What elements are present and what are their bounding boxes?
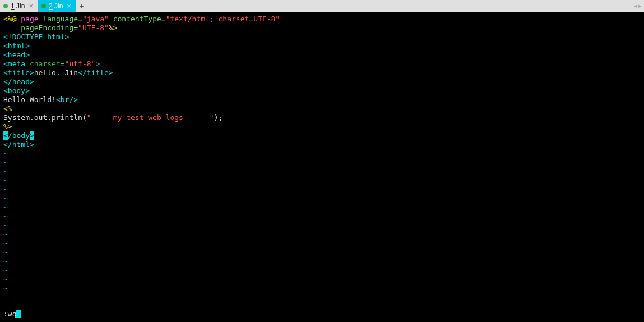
tab-2[interactable]: 2 Jin × <box>38 0 76 12</box>
new-tab-button[interactable]: + <box>76 0 87 12</box>
modified-dot-icon <box>41 4 46 8</box>
tab-nav-left-icon[interactable]: ◂ <box>634 2 637 10</box>
code-content: <%@ page language="java" contentType="te… <box>3 15 641 293</box>
tab-label: 1 Jin <box>11 2 25 10</box>
editor-area[interactable]: <%@ page language="java" contentType="te… <box>0 12 644 322</box>
cursor: < <box>3 131 8 140</box>
vim-command-line[interactable]: :wq <box>3 310 21 319</box>
close-icon[interactable]: × <box>66 2 72 10</box>
close-icon[interactable]: × <box>27 2 34 10</box>
tab-label: 2 Jin <box>49 2 63 10</box>
modified-dot-icon <box>3 4 8 8</box>
tab-bar: 1 Jin × 2 Jin × + ◂ ▸ <box>0 0 644 12</box>
tab-nav-right-icon[interactable]: ▸ <box>638 2 642 10</box>
cmd-cursor <box>16 310 21 318</box>
tab-nav-arrows: ◂ ▸ <box>634 0 642 12</box>
tab-1[interactable]: 1 Jin × <box>0 0 38 12</box>
